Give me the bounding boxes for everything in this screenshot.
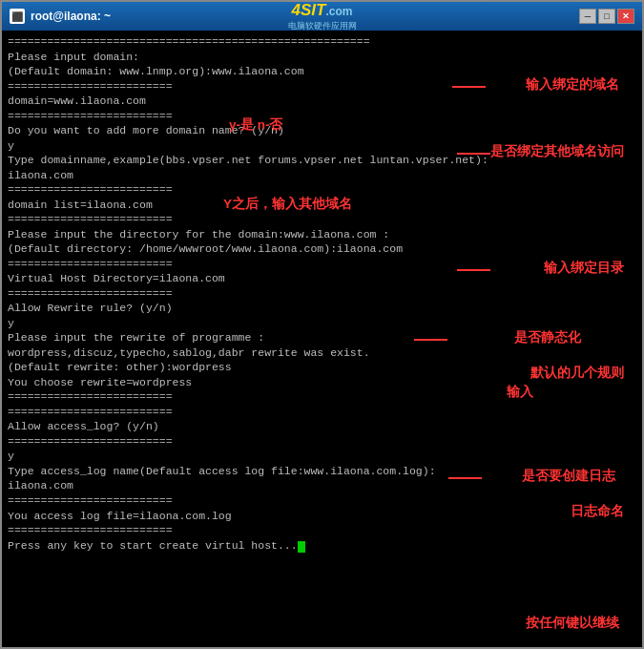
titlebar: ⬛ root@ilaona: ~ 4SIT .com 电脑软硬件应用网 ─ □ … (2, 2, 642, 31)
terminal-line: ========================= (8, 257, 636, 272)
terminal-line: ========================= (8, 212, 636, 227)
terminal-line: You choose rewrite=wordpress (8, 375, 636, 390)
maximize-button[interactable]: □ (598, 9, 615, 24)
terminal-line: y (8, 138, 636, 154)
terminal-line: ========================= (8, 109, 636, 124)
titlebar-center: 4SIT .com 电脑软硬件应用网 (288, 1, 357, 32)
terminal-line: You access log file=ilaona.com.log (8, 509, 636, 524)
main-window: ⬛ root@ilaona: ~ 4SIT .com 电脑软硬件应用网 ─ □ … (0, 0, 644, 649)
terminal-line: y (8, 449, 636, 464)
terminal-area: ========================================… (2, 31, 642, 647)
minimize-button[interactable]: ─ (579, 9, 596, 24)
terminal-line: Virtual Host Directory=ilaona.com (8, 271, 636, 286)
terminal-line: ========================= (8, 405, 636, 420)
terminal-line: Do you want to add more domain name? (y/… (8, 123, 636, 138)
close-button[interactable]: ✕ (617, 9, 634, 24)
terminal-line: Allow access_log? (y/n) (8, 419, 636, 434)
terminal-line: ========================= (8, 286, 636, 302)
terminal-line: ========================= (8, 493, 636, 509)
terminal-line: ========================= (8, 182, 636, 198)
terminal-line: ========================= (8, 79, 636, 94)
terminal-line: Press any key to start create virtul hos… (8, 538, 636, 554)
terminal-line: (Default domain: www.lnmp.org):www.ilaon… (8, 64, 636, 79)
terminal-line: y (8, 316, 636, 331)
annotation-10: 按任何键以继续 (526, 615, 619, 632)
brand-com: .com (325, 5, 352, 18)
terminal-line: ilaona.com (8, 478, 636, 493)
terminal-line: domain=www.ilaona.com (8, 94, 636, 109)
window-icon: ⬛ (10, 9, 25, 24)
cursor-icon (298, 541, 305, 553)
terminal-line: Please input the directory for the domai… (8, 227, 636, 242)
terminal-line: Type access_log name(Default access log … (8, 464, 636, 479)
titlebar-title: root@ilaona: ~ (31, 10, 111, 23)
terminal-line: ========================= (8, 389, 636, 405)
terminal-line: Please input domain: (8, 50, 636, 65)
terminal-line: Type domainname,example(bbs.vpser.net fo… (8, 153, 636, 168)
terminal-line: (Default directory: /home/wwwroot/www.il… (8, 241, 636, 257)
terminal-line: ========================= (8, 523, 636, 538)
terminal-line: (Default rewrite: other):wordpress (8, 360, 636, 375)
titlebar-left: ⬛ root@ilaona: ~ (10, 9, 111, 24)
terminal-line: ========================= (8, 434, 636, 450)
terminal-line: Allow Rewrite rule? (y/n) (8, 301, 636, 316)
terminal-line: ilaona.com (8, 168, 636, 183)
terminal-output[interactable]: ========================================… (2, 31, 642, 556)
terminal-line: domain list=ilaona.com (8, 198, 636, 213)
terminal-line: wordpress,discuz,typecho,sablog,dabr rew… (8, 345, 636, 361)
terminal-line: Please input the rewrite of programme : (8, 330, 636, 345)
brand-main: 4SIT (292, 1, 326, 20)
terminal-line: ========================================… (8, 34, 636, 50)
titlebar-buttons: ─ □ ✕ (579, 9, 634, 24)
